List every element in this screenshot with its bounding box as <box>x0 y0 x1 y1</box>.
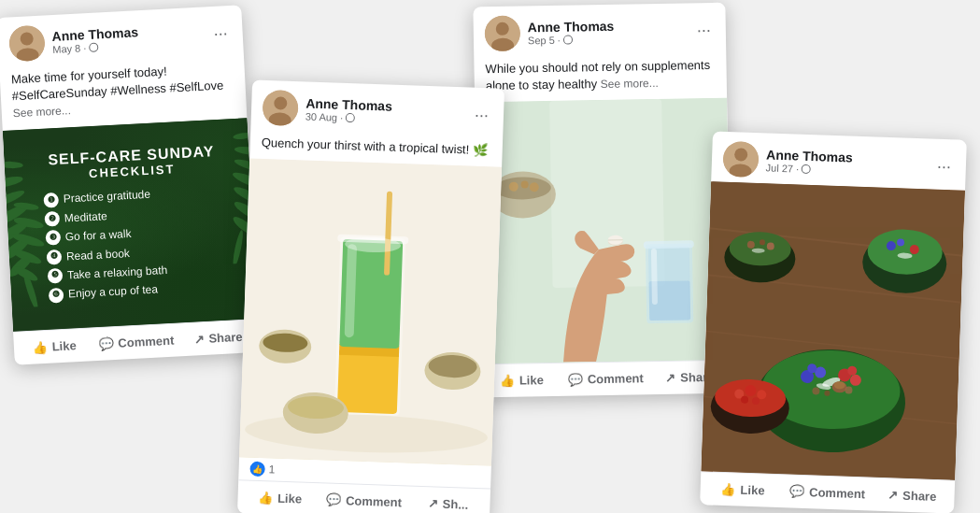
like-button-4[interactable]: 👍 Like <box>700 476 786 504</box>
card-4-header: Anne Thomas Jul 27 · ··· <box>711 131 967 190</box>
bowls-illustration <box>701 181 965 479</box>
card-2: Anne Thomas 30 Aug · ··· Quench your thi… <box>237 79 504 513</box>
svg-rect-54 <box>644 241 694 249</box>
globe-icon-4 <box>802 164 811 174</box>
svg-rect-56 <box>651 249 658 305</box>
card-4: Anne Thomas Jul 27 · ··· <box>700 131 967 513</box>
bowls-image <box>701 181 965 479</box>
self-care-content: SELF-CARE SUNDAY CHECKLIST ❶Practice gra… <box>3 118 258 331</box>
share-button-4[interactable]: ↗ Share <box>869 481 955 509</box>
svg-rect-34 <box>337 349 399 414</box>
like-button-2[interactable]: 👍 Like <box>237 484 322 512</box>
card-3: Anne Thomas Sep 5 · ··· While you should… <box>473 3 731 398</box>
comment-icon-4: 💬 <box>789 484 805 499</box>
like-icon-2: 👍 <box>258 491 274 506</box>
globe-icon-2 <box>346 113 355 122</box>
like-button-1[interactable]: 👍 Like <box>13 332 95 361</box>
avatar-1 <box>8 24 46 62</box>
self-care-image: SELF-CARE SUNDAY CHECKLIST ❶Practice gra… <box>3 118 258 331</box>
card-2-header: Anne Thomas 30 Aug · ··· <box>250 79 504 138</box>
avatar-2 <box>262 90 298 126</box>
comment-icon-3: 💬 <box>568 373 583 387</box>
comment-button-2[interactable]: 💬 Comment <box>321 487 406 513</box>
share-icon-4: ↗ <box>888 488 899 502</box>
comment-icon-2: 💬 <box>326 493 342 508</box>
avatar-4 <box>722 141 759 178</box>
self-care-title: SELF-CARE SUNDAY CHECKLIST <box>48 144 216 183</box>
supplement-image <box>475 98 731 364</box>
comment-button-1[interactable]: 💬 Comment <box>94 327 178 357</box>
like-icon-4: 👍 <box>720 482 736 497</box>
card-3-text: While you should not rely on supplements… <box>474 53 727 103</box>
card-1: Anne Thomas May 8 · ··· Make time for yo… <box>0 5 260 364</box>
supplement-illustration <box>475 98 731 364</box>
checklist: ❶Practice gratitude ❷Meditate ❸Go for a … <box>43 181 228 305</box>
card-3-meta: Sep 5 · <box>528 34 615 47</box>
card-3-actions: 👍 Like 💬 Comment ↗ Share <box>479 360 732 398</box>
globe-icon-1 <box>89 43 99 53</box>
like-icon-1: 👍 <box>32 339 48 354</box>
drink-image <box>239 159 502 466</box>
comment-icon-1: 💬 <box>98 336 114 351</box>
share-icon-1: ↗ <box>193 332 205 347</box>
comment-button-4[interactable]: 💬 Comment <box>785 478 871 506</box>
more-options-4[interactable]: ··· <box>933 156 956 178</box>
more-options-1[interactable]: ··· <box>209 22 232 44</box>
like-icon-3: 👍 <box>500 374 515 388</box>
card-3-name: Anne Thomas <box>528 18 615 35</box>
share-button-2[interactable]: ↗ Sh... <box>405 491 490 513</box>
share-icon-2: ↗ <box>427 496 438 510</box>
globe-icon-3 <box>563 36 573 45</box>
more-options-2[interactable]: ··· <box>471 105 493 126</box>
like-icon-blue-2: 👍 <box>249 462 265 477</box>
share-icon-3: ↗ <box>665 371 675 385</box>
comment-button-3[interactable]: 💬 Comment <box>563 366 647 393</box>
drink-illustration <box>239 159 502 466</box>
card-3-header: Anne Thomas Sep 5 · ··· <box>473 3 726 58</box>
more-options-3[interactable]: ··· <box>693 20 715 40</box>
avatar-3 <box>485 16 521 52</box>
scene: Anne Thomas May 8 · ··· Make time for yo… <box>0 0 980 513</box>
